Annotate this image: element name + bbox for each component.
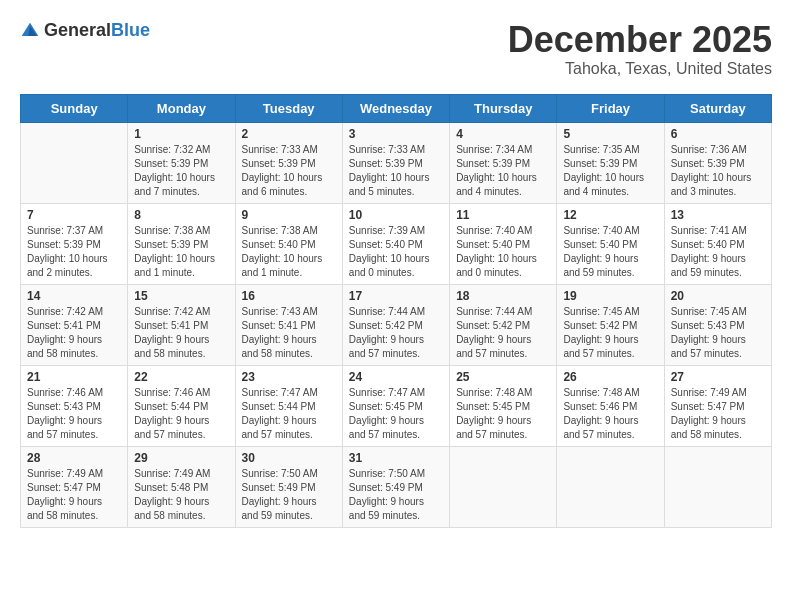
- calendar-cell: 16Sunrise: 7:43 AMSunset: 5:41 PMDayligh…: [235, 284, 342, 365]
- calendar-cell: 29Sunrise: 7:49 AMSunset: 5:48 PMDayligh…: [128, 446, 235, 527]
- cell-info: Sunrise: 7:49 AMSunset: 5:47 PMDaylight:…: [671, 386, 765, 442]
- calendar-cell: 6Sunrise: 7:36 AMSunset: 5:39 PMDaylight…: [664, 122, 771, 203]
- calendar-cell: 5Sunrise: 7:35 AMSunset: 5:39 PMDaylight…: [557, 122, 664, 203]
- calendar-header-row: SundayMondayTuesdayWednesdayThursdayFrid…: [21, 94, 772, 122]
- day-number: 24: [349, 370, 443, 384]
- day-number: 25: [456, 370, 550, 384]
- logo-text-general: General: [44, 20, 111, 40]
- cell-info: Sunrise: 7:36 AMSunset: 5:39 PMDaylight:…: [671, 143, 765, 199]
- day-header-monday: Monday: [128, 94, 235, 122]
- day-number: 15: [134, 289, 228, 303]
- logo-text-blue: Blue: [111, 20, 150, 40]
- cell-info: Sunrise: 7:34 AMSunset: 5:39 PMDaylight:…: [456, 143, 550, 199]
- calendar-cell: [21, 122, 128, 203]
- logo-icon: [20, 21, 40, 41]
- day-header-wednesday: Wednesday: [342, 94, 449, 122]
- header: GeneralBlue December 2025 Tahoka, Texas,…: [20, 20, 772, 78]
- day-header-tuesday: Tuesday: [235, 94, 342, 122]
- cell-info: Sunrise: 7:37 AMSunset: 5:39 PMDaylight:…: [27, 224, 121, 280]
- day-header-thursday: Thursday: [450, 94, 557, 122]
- calendar-cell: 11Sunrise: 7:40 AMSunset: 5:40 PMDayligh…: [450, 203, 557, 284]
- calendar-cell: 20Sunrise: 7:45 AMSunset: 5:43 PMDayligh…: [664, 284, 771, 365]
- cell-info: Sunrise: 7:33 AMSunset: 5:39 PMDaylight:…: [242, 143, 336, 199]
- calendar-cell: [664, 446, 771, 527]
- calendar-cell: 10Sunrise: 7:39 AMSunset: 5:40 PMDayligh…: [342, 203, 449, 284]
- day-number: 31: [349, 451, 443, 465]
- cell-info: Sunrise: 7:45 AMSunset: 5:42 PMDaylight:…: [563, 305, 657, 361]
- day-header-sunday: Sunday: [21, 94, 128, 122]
- day-number: 5: [563, 127, 657, 141]
- cell-info: Sunrise: 7:41 AMSunset: 5:40 PMDaylight:…: [671, 224, 765, 280]
- cell-info: Sunrise: 7:44 AMSunset: 5:42 PMDaylight:…: [456, 305, 550, 361]
- cell-info: Sunrise: 7:35 AMSunset: 5:39 PMDaylight:…: [563, 143, 657, 199]
- calendar-cell: 8Sunrise: 7:38 AMSunset: 5:39 PMDaylight…: [128, 203, 235, 284]
- cell-info: Sunrise: 7:47 AMSunset: 5:44 PMDaylight:…: [242, 386, 336, 442]
- location-title: Tahoka, Texas, United States: [508, 60, 772, 78]
- day-header-friday: Friday: [557, 94, 664, 122]
- day-number: 28: [27, 451, 121, 465]
- calendar-week-row: 7Sunrise: 7:37 AMSunset: 5:39 PMDaylight…: [21, 203, 772, 284]
- day-header-saturday: Saturday: [664, 94, 771, 122]
- cell-info: Sunrise: 7:46 AMSunset: 5:44 PMDaylight:…: [134, 386, 228, 442]
- calendar-week-row: 1Sunrise: 7:32 AMSunset: 5:39 PMDaylight…: [21, 122, 772, 203]
- cell-info: Sunrise: 7:50 AMSunset: 5:49 PMDaylight:…: [349, 467, 443, 523]
- day-number: 26: [563, 370, 657, 384]
- cell-info: Sunrise: 7:46 AMSunset: 5:43 PMDaylight:…: [27, 386, 121, 442]
- calendar-cell: 26Sunrise: 7:48 AMSunset: 5:46 PMDayligh…: [557, 365, 664, 446]
- calendar-cell: 31Sunrise: 7:50 AMSunset: 5:49 PMDayligh…: [342, 446, 449, 527]
- day-number: 17: [349, 289, 443, 303]
- day-number: 10: [349, 208, 443, 222]
- day-number: 9: [242, 208, 336, 222]
- calendar-body: 1Sunrise: 7:32 AMSunset: 5:39 PMDaylight…: [21, 122, 772, 527]
- day-number: 6: [671, 127, 765, 141]
- day-number: 13: [671, 208, 765, 222]
- calendar-cell: 1Sunrise: 7:32 AMSunset: 5:39 PMDaylight…: [128, 122, 235, 203]
- calendar-cell: 28Sunrise: 7:49 AMSunset: 5:47 PMDayligh…: [21, 446, 128, 527]
- day-number: 18: [456, 289, 550, 303]
- cell-info: Sunrise: 7:40 AMSunset: 5:40 PMDaylight:…: [456, 224, 550, 280]
- calendar-week-row: 21Sunrise: 7:46 AMSunset: 5:43 PMDayligh…: [21, 365, 772, 446]
- calendar-cell: 2Sunrise: 7:33 AMSunset: 5:39 PMDaylight…: [235, 122, 342, 203]
- day-number: 29: [134, 451, 228, 465]
- calendar-cell: 25Sunrise: 7:48 AMSunset: 5:45 PMDayligh…: [450, 365, 557, 446]
- day-number: 21: [27, 370, 121, 384]
- day-number: 12: [563, 208, 657, 222]
- cell-info: Sunrise: 7:50 AMSunset: 5:49 PMDaylight:…: [242, 467, 336, 523]
- day-number: 16: [242, 289, 336, 303]
- calendar-cell: 14Sunrise: 7:42 AMSunset: 5:41 PMDayligh…: [21, 284, 128, 365]
- day-number: 7: [27, 208, 121, 222]
- cell-info: Sunrise: 7:42 AMSunset: 5:41 PMDaylight:…: [134, 305, 228, 361]
- calendar-cell: [557, 446, 664, 527]
- calendar-cell: 4Sunrise: 7:34 AMSunset: 5:39 PMDaylight…: [450, 122, 557, 203]
- day-number: 19: [563, 289, 657, 303]
- cell-info: Sunrise: 7:40 AMSunset: 5:40 PMDaylight:…: [563, 224, 657, 280]
- calendar-cell: 12Sunrise: 7:40 AMSunset: 5:40 PMDayligh…: [557, 203, 664, 284]
- cell-info: Sunrise: 7:48 AMSunset: 5:45 PMDaylight:…: [456, 386, 550, 442]
- cell-info: Sunrise: 7:38 AMSunset: 5:39 PMDaylight:…: [134, 224, 228, 280]
- calendar-cell: 22Sunrise: 7:46 AMSunset: 5:44 PMDayligh…: [128, 365, 235, 446]
- day-number: 20: [671, 289, 765, 303]
- calendar-cell: 19Sunrise: 7:45 AMSunset: 5:42 PMDayligh…: [557, 284, 664, 365]
- cell-info: Sunrise: 7:47 AMSunset: 5:45 PMDaylight:…: [349, 386, 443, 442]
- month-title: December 2025: [508, 20, 772, 60]
- calendar-cell: 9Sunrise: 7:38 AMSunset: 5:40 PMDaylight…: [235, 203, 342, 284]
- calendar-cell: 13Sunrise: 7:41 AMSunset: 5:40 PMDayligh…: [664, 203, 771, 284]
- calendar-cell: 17Sunrise: 7:44 AMSunset: 5:42 PMDayligh…: [342, 284, 449, 365]
- day-number: 11: [456, 208, 550, 222]
- calendar-cell: 24Sunrise: 7:47 AMSunset: 5:45 PMDayligh…: [342, 365, 449, 446]
- calendar-cell: 27Sunrise: 7:49 AMSunset: 5:47 PMDayligh…: [664, 365, 771, 446]
- day-number: 14: [27, 289, 121, 303]
- calendar-cell: 18Sunrise: 7:44 AMSunset: 5:42 PMDayligh…: [450, 284, 557, 365]
- calendar-cell: 30Sunrise: 7:50 AMSunset: 5:49 PMDayligh…: [235, 446, 342, 527]
- cell-info: Sunrise: 7:49 AMSunset: 5:48 PMDaylight:…: [134, 467, 228, 523]
- calendar-cell: 21Sunrise: 7:46 AMSunset: 5:43 PMDayligh…: [21, 365, 128, 446]
- cell-info: Sunrise: 7:44 AMSunset: 5:42 PMDaylight:…: [349, 305, 443, 361]
- cell-info: Sunrise: 7:49 AMSunset: 5:47 PMDaylight:…: [27, 467, 121, 523]
- calendar-cell: 3Sunrise: 7:33 AMSunset: 5:39 PMDaylight…: [342, 122, 449, 203]
- day-number: 27: [671, 370, 765, 384]
- day-number: 3: [349, 127, 443, 141]
- calendar-cell: 15Sunrise: 7:42 AMSunset: 5:41 PMDayligh…: [128, 284, 235, 365]
- day-number: 2: [242, 127, 336, 141]
- cell-info: Sunrise: 7:39 AMSunset: 5:40 PMDaylight:…: [349, 224, 443, 280]
- day-number: 23: [242, 370, 336, 384]
